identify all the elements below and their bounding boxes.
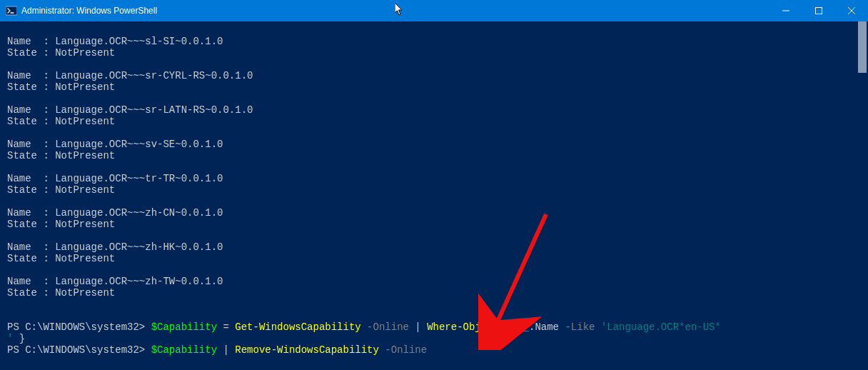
scrollbar-thumb[interactable]: [858, 21, 867, 73]
svg-rect-0: [6, 6, 17, 15]
terminal-output[interactable]: Name : Language.OCR~~~sl-SI~0.0.1.0 Stat…: [0, 21, 857, 370]
window-controls: [769, 0, 868, 21]
maximize-button[interactable]: [802, 0, 835, 21]
svg-rect-3: [816, 8, 822, 14]
powershell-window: Administrator: Windows PowerShell Name :…: [0, 0, 868, 370]
titlebar[interactable]: Administrator: Windows PowerShell: [0, 0, 868, 21]
close-button[interactable]: [835, 0, 868, 21]
scrollbar[interactable]: [857, 21, 868, 370]
minimize-button[interactable]: [769, 0, 802, 21]
powershell-icon: [6, 5, 17, 16]
window-title: Administrator: Windows PowerShell: [21, 6, 157, 16]
